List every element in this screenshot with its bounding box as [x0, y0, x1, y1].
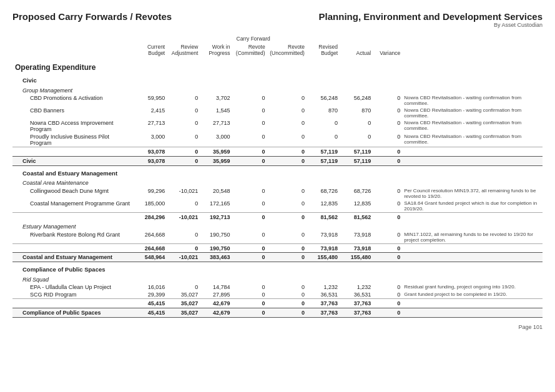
subtotal-label	[12, 147, 134, 157]
subtotal-review-adj: 0	[167, 147, 200, 157]
row-revote-uncommitted: 0	[267, 187, 307, 200]
subtotal-work-in: 190,750	[200, 243, 232, 253]
table-row: Coastal Management Programme Grant 185,0…	[12, 200, 543, 213]
row-current-budget: 185,000	[134, 200, 167, 213]
row-revised: 0	[307, 133, 340, 147]
total-row: Compliance of Public Spaces 45,415 35,02…	[12, 308, 543, 317]
row-actual: 870	[340, 107, 373, 119]
row-label: Collingwood Beach Dune Mgmt	[12, 187, 134, 200]
subtotal-revote-uncommitted: 0	[267, 212, 307, 221]
row-revote-comm: 0	[232, 231, 267, 244]
row-actual: 68,726	[340, 187, 373, 200]
total-review-adj: 35,027	[167, 308, 200, 317]
table-row: EPA - Ulladulla Clean Up Project 16,016 …	[12, 283, 543, 291]
subtotal-work-in: 42,679	[200, 299, 232, 308]
table-row: SCG RID Program 29,399 35,027 27,895 0 0…	[12, 291, 543, 299]
subtotal-note	[402, 147, 543, 157]
row-revote-uncommitted: 0	[267, 94, 307, 107]
row-review-adj: 0	[167, 200, 200, 213]
col-header-work-in-progress: Work in Progress	[200, 42, 232, 57]
row-revote-uncommitted: 0	[267, 200, 307, 213]
row-note: MIN17.1022, all remaining funds to be re…	[402, 231, 543, 244]
table-row: Nowra CBD Access Improvement Program 27,…	[12, 119, 543, 133]
row-revised: 12,835	[307, 200, 340, 213]
row-label: Riverbank Restore Bolong Rd Grant	[12, 231, 134, 244]
row-note: SA18.64 Grant funded project which is du…	[402, 200, 543, 213]
row-variance: 0	[373, 107, 402, 119]
total-variance: 0	[373, 253, 402, 262]
row-current-budget: 99,296	[134, 187, 167, 200]
subgroup-header-label: Group Management	[12, 85, 543, 95]
total-revised: 37,763	[307, 308, 340, 317]
subgroup-header-row: Coastal Area Maintenance	[12, 177, 543, 187]
row-revote-comm: 0	[232, 119, 267, 133]
row-revote-comm: 0	[232, 291, 267, 299]
group-header-label: Compliance of Public Spaces	[12, 262, 543, 274]
subgroup-header-label: Coastal Area Maintenance	[12, 177, 543, 187]
table-row: Collingwood Beach Dune Mgmt 99,296 -10,0…	[12, 187, 543, 200]
total-revote-comm: 0	[232, 156, 267, 165]
row-revote-uncommitted: 0	[267, 231, 307, 244]
total-label: Coastal and Estuary Management	[12, 253, 134, 262]
subgroup-header-label: Rid Squad	[12, 274, 543, 284]
row-label: Coastal Management Programme Grant	[12, 200, 134, 213]
row-review-adj: 0	[167, 94, 200, 107]
row-note: Per Council resolution MIN19.372, all re…	[402, 187, 543, 200]
subtotal-actual: 37,763	[340, 299, 373, 308]
row-current-budget: 29,399	[134, 291, 167, 299]
total-work-in: 42,679	[200, 308, 232, 317]
row-actual: 0	[340, 133, 373, 147]
page-header: Proposed Carry Forwards / Revotes Planni…	[12, 11, 543, 28]
total-revote-comm: 0	[232, 308, 267, 317]
col-header-desc	[12, 42, 134, 57]
total-revote-uncommitted: 0	[267, 156, 307, 165]
total-revised: 155,480	[307, 253, 340, 262]
subtotal-review-adj: 35,027	[167, 299, 200, 308]
row-work-in: 3,000	[200, 133, 232, 147]
row-label: CBD Promotions & Activation	[12, 94, 134, 107]
row-revote-uncommitted: 0	[267, 107, 307, 119]
row-label: SCG RID Program	[12, 291, 134, 299]
col-header-actual: Actual	[340, 42, 373, 57]
subtotal-note	[402, 243, 543, 253]
col-header-review-adj: Review Adjustment	[167, 42, 200, 57]
row-revote-comm: 0	[232, 187, 267, 200]
carry-forward-group-header: Carry Forward	[200, 34, 307, 42]
page-number: Page 101	[12, 324, 543, 330]
row-variance: 0	[373, 94, 402, 107]
row-actual: 1,232	[340, 283, 373, 291]
row-actual: 73,918	[340, 231, 373, 244]
row-note: Nowra CBD Revitalisation - waiting confi…	[402, 107, 543, 119]
row-review-adj: 0	[167, 283, 200, 291]
row-variance: 0	[373, 231, 402, 244]
subgroup-header-row: Rid Squad	[12, 274, 543, 284]
subtotal-note	[402, 212, 543, 221]
total-variance: 0	[373, 308, 402, 317]
total-revote-uncommitted: 0	[267, 253, 307, 262]
row-label: CBD Banners	[12, 107, 134, 119]
subtotal-actual: 81,562	[340, 212, 373, 221]
page-title-left: Proposed Carry Forwards / Revotes	[12, 11, 172, 28]
section-header-label: Operating Expenditure	[12, 57, 543, 73]
subtotal-variance: 0	[373, 147, 402, 157]
row-actual: 12,835	[340, 200, 373, 213]
table-row: Riverbank Restore Bolong Rd Grant 264,66…	[12, 231, 543, 244]
total-work-in: 35,959	[200, 156, 232, 165]
subtotal-revised: 37,763	[307, 299, 340, 308]
subtotal-work-in: 35,959	[200, 147, 232, 157]
group-header-label: Coastal and Estuary Management	[12, 165, 543, 177]
row-label: EPA - Ulladulla Clean Up Project	[12, 283, 134, 291]
row-review-adj: -10,021	[167, 187, 200, 200]
total-current-budget: 45,415	[134, 308, 167, 317]
row-revised: 68,726	[307, 187, 340, 200]
page-title-right: Planning, Environment and Development Se…	[319, 11, 543, 28]
row-revised: 870	[307, 107, 340, 119]
subtotal-revised: 57,119	[307, 147, 340, 157]
subtotal-current-budget: 264,668	[134, 243, 167, 253]
row-current-budget: 27,713	[134, 119, 167, 133]
subtotal-label	[12, 212, 134, 221]
total-work-in: 383,463	[200, 253, 232, 262]
total-revised: 57,119	[307, 156, 340, 165]
table-row: Proudly Inclusive Business Pilot Program…	[12, 133, 543, 147]
row-review-adj: 35,027	[167, 291, 200, 299]
